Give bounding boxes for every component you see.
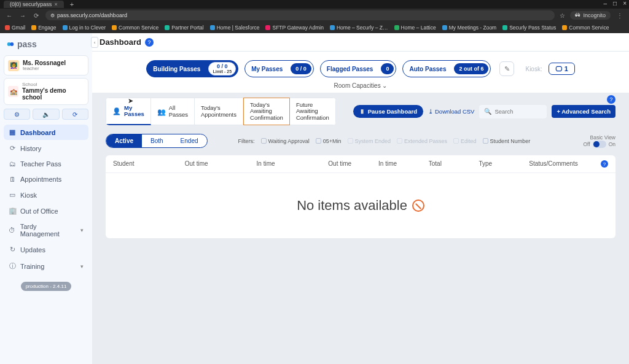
settings-gear-button[interactable]: ⚙ — [4, 109, 30, 120]
bookmark-item[interactable]: SFTP Gateway Admin — [265, 25, 323, 31]
new-tab-button[interactable]: + — [68, 1, 76, 8]
window-close[interactable]: × — [623, 0, 627, 7]
header-help-icon[interactable]: ? — [145, 38, 154, 47]
bookmark-item[interactable]: Home – Securly – Z… — [330, 25, 388, 31]
sidebar-item-teacher-pass[interactable]: 🗂Teacher Pass — [4, 157, 88, 171]
bookmark-item[interactable]: My Meetings - Zoom — [442, 25, 496, 31]
sidebar-item-training[interactable]: ⓘTraining▾ — [4, 258, 88, 274]
bookmark-star-icon[interactable]: ☆ — [560, 12, 565, 19]
edit-auto-passes-button[interactable]: ✎ — [499, 61, 514, 76]
segment-active[interactable]: Active — [106, 134, 142, 147]
building-passes-count: 0 / 0 — [217, 64, 228, 69]
content-help-icon[interactable]: ? — [607, 95, 615, 104]
sidebar-item-appointments[interactable]: 🗓Appointments — [4, 172, 88, 187]
sidebar-item-history[interactable]: ⟳History — [4, 141, 88, 156]
address-bar[interactable]: ⚙ pass.securly.com/dashboard — [45, 10, 555, 20]
nav-item-icon: 🗂 — [9, 160, 16, 168]
nav-item-label: Tardy Management — [20, 223, 76, 238]
table-help-icon[interactable]: ? — [601, 160, 608, 168]
search-input[interactable] — [494, 108, 542, 115]
filter-label: 05+Min — [323, 138, 342, 144]
bookmark-label: Common Service — [569, 25, 609, 31]
kiosk-label: Kiosk: — [525, 66, 542, 72]
bookmark-item[interactable]: Common Service — [562, 25, 609, 31]
incognito-icon: 🕶 — [575, 12, 580, 18]
nav-back-icon[interactable]: ← — [5, 12, 14, 19]
bookmark-item[interactable]: Common Service — [112, 25, 158, 31]
bookmark-label: My Meetings - Zoom — [449, 25, 496, 31]
bookmark-item[interactable]: Home | Salesforce — [210, 25, 260, 31]
content-area: ? 👤MyPasses👥AllPassesToday'sAppointments… — [92, 93, 629, 364]
dashboard-tab[interactable]: 👥AllPasses — [151, 98, 195, 125]
bookmark-item[interactable]: Log in to Clever — [63, 25, 106, 31]
auto-passes-pill[interactable]: Auto Passes 2 out of 6 — [402, 60, 491, 77]
sidebar-item-updates[interactable]: ↻Updates — [4, 242, 88, 257]
bookmark-item[interactable]: Gmail — [5, 25, 25, 31]
window-minimize[interactable]: – — [604, 0, 608, 7]
bookmark-favicon — [442, 25, 447, 30]
segment-ended[interactable]: Ended — [172, 134, 207, 147]
avatar-icon: 👩‍🏫 — [8, 60, 19, 71]
filter-student-number[interactable]: Student Number — [483, 138, 531, 144]
school-card[interactable]: 🏫 School Tammy's demo school — [4, 78, 88, 105]
segment-both[interactable]: Both — [142, 134, 172, 147]
browser-tab[interactable]: (0|0) securlypass × — [4, 1, 64, 8]
checkbox-icon — [261, 138, 267, 144]
window-maximize[interactable]: □ — [613, 0, 617, 7]
bookmark-favicon — [394, 25, 399, 30]
bookmark-item[interactable]: Engage — [31, 25, 56, 31]
nav-forward-icon[interactable]: → — [18, 12, 27, 19]
bookmark-item[interactable]: Home – Lattice — [394, 25, 436, 31]
school-icon: 🏫 — [8, 86, 18, 97]
passes-table: StudentOut timeIn timeOut timeIn timeTot… — [106, 155, 615, 238]
download-icon: ⤓ — [428, 108, 433, 115]
chevron-down-icon: ⌄ — [382, 82, 387, 89]
flagged-passes-pill[interactable]: Flagged Passes 0 — [320, 60, 397, 77]
checkbox-icon — [348, 138, 353, 144]
sound-button[interactable]: 🔈 — [33, 109, 59, 120]
school-label: School — [22, 82, 84, 87]
pause-icon: ⏸ — [359, 108, 365, 115]
pause-dashboard-button[interactable]: ⏸ Pause Dashboard — [353, 105, 423, 118]
sidebar-item-out-of-office[interactable]: 🏢Out of Office — [4, 203, 88, 219]
room-capacities-toggle[interactable]: Room Capacities ⌄ — [334, 80, 388, 89]
filter-waiting-approval[interactable]: Waiting Approval — [261, 138, 310, 144]
filter-extended-passes: Extended Passes — [397, 138, 447, 144]
dashboard-tab[interactable]: Today'sAppointments — [195, 98, 243, 125]
bookmark-favicon — [165, 25, 170, 30]
tab-close-icon[interactable]: × — [54, 1, 57, 7]
bookmark-item[interactable]: Partner Portal — [165, 25, 203, 31]
sidebar-item-kiosk[interactable]: ▭Kiosk — [4, 187, 88, 203]
sidebar-collapse-handle[interactable]: ‹ — [91, 37, 98, 48]
nav-item-icon: ▦ — [9, 128, 16, 136]
tab-icon: 👥 — [157, 108, 166, 115]
building-passes-pill[interactable]: Building Passes 0 / 0 Limit - 25 — [146, 60, 238, 77]
bookmark-item[interactable]: Securly Pass Status — [502, 25, 556, 31]
empty-text: No items available — [297, 198, 407, 214]
my-passes-pill[interactable]: My Passes 0 / 0 — [244, 60, 314, 77]
user-card[interactable]: 👩‍🏫 Ms. Rossnagel teacher — [4, 55, 88, 76]
url-text: pass.securly.com/dashboard — [57, 12, 127, 18]
svg-point-1 — [10, 42, 14, 46]
refresh-button[interactable]: ⟳ — [62, 109, 88, 120]
sidebar-item-tardy-management[interactable]: ⏱Tardy Management▾ — [4, 219, 88, 241]
tab-label: Today'sAppointments — [201, 105, 236, 118]
search-box[interactable]: 🔍 — [479, 105, 547, 118]
site-settings-icon[interactable]: ⚙ — [50, 13, 55, 18]
basic-view-toggle[interactable] — [593, 141, 606, 148]
browser-menu-icon[interactable]: ⋮ — [615, 12, 624, 19]
kiosk-badge[interactable]: 🖵 1 — [549, 63, 575, 75]
nav-reload-icon[interactable]: ⟳ — [32, 12, 41, 19]
bookmark-label: Home – Securly – Z… — [337, 25, 388, 31]
my-passes-label: My Passes — [245, 66, 289, 72]
download-csv-link[interactable]: ⤓ Download CSV — [428, 108, 474, 115]
bookmark-label: Home – Lattice — [401, 25, 436, 31]
browser-toolbar: ← → ⟳ ⚙ pass.securly.com/dashboard ☆ 🕶 I… — [0, 9, 629, 22]
sidebar-item-dashboard[interactable]: ▦Dashboard — [4, 125, 88, 140]
dashboard-tab[interactable]: Today'sAwaitingConfirmation — [243, 98, 290, 125]
bookmark-label: SFTP Gateway Admin — [272, 25, 323, 31]
filter-label: Student Number — [490, 138, 531, 144]
advanced-search-button[interactable]: + Advanced Search — [552, 105, 615, 118]
filter-05-min[interactable]: 05+Min — [316, 138, 342, 144]
dashboard-tab[interactable]: FutureAwaitingConfirmation — [290, 98, 336, 125]
